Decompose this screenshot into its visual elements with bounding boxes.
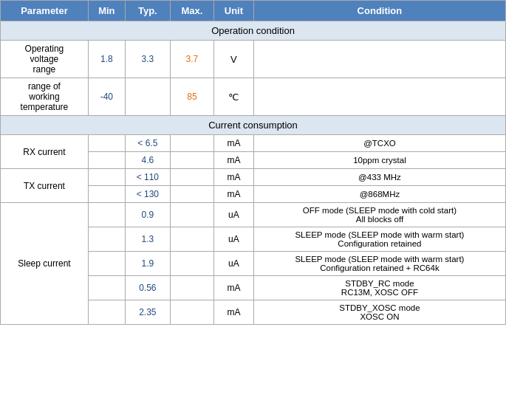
cell-typ: 0.9 [125, 203, 170, 227]
cell-condition: STDBY_XOSC modeXOSC ON [253, 300, 505, 325]
cell-condition: @433 MHz [253, 169, 505, 186]
cell-unit: mA [213, 276, 253, 300]
section-current-consumption: Current consumption [1, 116, 506, 135]
section-operation-condition: Operation condition [1, 21, 506, 41]
cell-unit: mA [213, 152, 253, 169]
cell-unit: uA [213, 252, 253, 276]
cell-condition: STDBY_RC modeRC13M, XOSC OFF [253, 276, 505, 300]
cell-min [88, 135, 125, 152]
col-header-unit: Unit [213, 1, 253, 21]
section-label: Operation condition [1, 21, 506, 41]
cell-min: 1.8 [88, 41, 125, 78]
cell-unit: uA [213, 203, 253, 227]
table-row: Sleep current 0.9 uA OFF mode (SLEEP mod… [1, 203, 506, 227]
table-header-row: Parameter Min Typ. Max. Unit Condition [1, 1, 506, 21]
col-header-min: Min [88, 1, 125, 21]
cell-min [88, 169, 125, 186]
cell-max [170, 300, 213, 325]
param-sleep-current: Sleep current [1, 203, 89, 325]
cell-unit: mA [213, 169, 253, 186]
cell-unit: mA [213, 300, 253, 325]
cell-condition: OFF mode (SLEEP mode with cold start)All… [253, 203, 505, 227]
cell-typ: 0.56 [125, 276, 170, 300]
cell-max [170, 186, 213, 203]
cell-unit: ℃ [213, 78, 253, 116]
cell-min [88, 300, 125, 325]
cell-condition: 10ppm crystal [253, 152, 505, 169]
cell-unit: uA [213, 227, 253, 252]
table-row: TX current < 110 mA @433 MHz [1, 169, 506, 186]
cell-min [88, 203, 125, 227]
param-rx-current: RX current [1, 135, 89, 169]
cell-unit: mA [213, 186, 253, 203]
cell-max [170, 252, 213, 276]
param-tx-current: TX current [1, 169, 89, 203]
cell-typ: < 130 [125, 186, 170, 203]
cell-condition: @TCXO [253, 135, 505, 152]
table-row: RX current < 6.5 mA @TCXO [1, 135, 506, 152]
cell-condition: SLEEP mode (SLEEP mode with warm start)C… [253, 227, 505, 252]
col-header-parameter: Parameter [1, 1, 89, 21]
cell-max [170, 276, 213, 300]
cell-max [170, 135, 213, 152]
cell-max [170, 227, 213, 252]
cell-typ: 1.9 [125, 252, 170, 276]
cell-typ: 4.6 [125, 152, 170, 169]
table-row: Operatingvoltagerange 1.8 3.3 3.7 V [1, 41, 506, 78]
cell-min [88, 186, 125, 203]
col-header-max: Max. [170, 1, 213, 21]
table-row: range ofworkingtemperature -40 85 ℃ [1, 78, 506, 116]
cell-condition: @868MHz [253, 186, 505, 203]
cell-max: 85 [170, 78, 213, 116]
cell-condition: SLEEP mode (SLEEP mode with warm start)C… [253, 252, 505, 276]
col-header-condition: Condition [253, 1, 505, 21]
param-working-temperature: range ofworkingtemperature [1, 78, 89, 116]
specs-table: Parameter Min Typ. Max. Unit Condition O… [0, 0, 506, 325]
col-header-typ: Typ. [125, 1, 170, 21]
cell-min [88, 276, 125, 300]
cell-max [170, 169, 213, 186]
cell-condition [253, 78, 505, 116]
cell-min [88, 152, 125, 169]
cell-typ: < 6.5 [125, 135, 170, 152]
cell-typ: < 110 [125, 169, 170, 186]
cell-max [170, 152, 213, 169]
cell-min [88, 252, 125, 276]
cell-typ: 1.3 [125, 227, 170, 252]
param-operating-voltage: Operatingvoltagerange [1, 41, 89, 78]
cell-typ: 3.3 [125, 41, 170, 78]
cell-unit: V [213, 41, 253, 78]
cell-min [88, 227, 125, 252]
cell-unit: mA [213, 135, 253, 152]
cell-typ [125, 78, 170, 116]
cell-condition [253, 41, 505, 78]
cell-min: -40 [88, 78, 125, 116]
cell-max [170, 203, 213, 227]
section-label: Current consumption [1, 116, 506, 135]
cell-max: 3.7 [170, 41, 213, 78]
cell-typ: 2.35 [125, 300, 170, 325]
